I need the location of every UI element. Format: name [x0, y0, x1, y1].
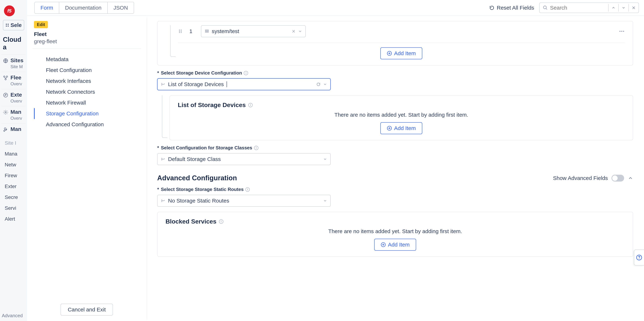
help-fab[interactable] — [634, 249, 644, 265]
branch-icon — [161, 198, 166, 203]
interface-row: 1 system/test — [178, 25, 625, 37]
info-icon[interactable]: i — [244, 71, 248, 75]
plus-circle-icon — [387, 126, 392, 131]
branch-icon — [161, 82, 166, 87]
svg-rect-0 — [6, 24, 7, 25]
svg-point-15 — [179, 32, 180, 33]
selector-label: Sele — [10, 22, 22, 28]
static-routes-label: *Select Storage Storage Static Routesi — [157, 187, 633, 192]
nav-item-network-connectors[interactable]: Network Connectors — [34, 87, 146, 97]
add-blocked-service-button[interactable]: Add Item — [374, 239, 416, 251]
search-next-button[interactable] — [618, 4, 628, 12]
storage-classes-value: Default Storage Class — [168, 156, 221, 162]
add-interface-button[interactable]: Add Item — [380, 47, 422, 59]
object-name: greg-fleet — [34, 38, 146, 45]
storage-classes-select[interactable]: Default Storage Class — [157, 153, 331, 165]
interface-value: system/test — [212, 28, 239, 34]
show-advanced-toggle[interactable] — [612, 175, 624, 182]
footer-link[interactable]: Advanced — [2, 313, 23, 318]
search-input[interactable] — [550, 5, 604, 11]
svg-point-13 — [179, 31, 180, 32]
add-item-label: Add Item — [388, 242, 410, 248]
globe-icon — [3, 58, 8, 64]
underlay-link[interactable]: Mana — [2, 148, 26, 159]
wrench-icon — [3, 127, 8, 132]
underlay-link[interactable]: Alert — [2, 214, 26, 224]
svg-rect-2 — [6, 26, 7, 27]
tab-json[interactable]: JSON — [107, 2, 134, 13]
refresh-icon[interactable] — [316, 82, 320, 87]
underlay-link[interactable]: Firew — [2, 170, 26, 181]
nav-item-network-firewall[interactable]: Network Firewall — [34, 97, 146, 108]
form-main[interactable]: 1 system/test — [146, 16, 644, 321]
underlay-link[interactable]: Servi — [2, 203, 26, 214]
underlay-nav-item[interactable]: SitesSite M — [2, 55, 26, 72]
nav-item-storage-configuration[interactable]: Storage Configuration — [34, 108, 146, 119]
more-horizontal-icon — [619, 28, 625, 34]
tab-form[interactable]: Form — [35, 2, 59, 13]
gear-icon — [3, 110, 8, 115]
show-advanced-label: Show Advanced Fields — [553, 175, 608, 181]
chevron-down-icon[interactable] — [323, 157, 327, 161]
svg-point-11 — [179, 30, 180, 31]
cancel-button[interactable]: Cancel and Exit — [60, 304, 113, 315]
info-icon[interactable]: i — [254, 146, 258, 150]
chevron-down-icon — [622, 6, 626, 10]
underlay-link[interactable]: Netw — [2, 159, 26, 170]
underlay-link[interactable]: Secre — [2, 192, 26, 203]
underlay-nav-item[interactable]: ManOverv — [2, 106, 26, 123]
svg-point-16 — [181, 32, 182, 33]
interface-select[interactable]: system/test — [201, 25, 306, 37]
underlay-nav-item[interactable]: FleeOverv — [2, 72, 26, 89]
underlay-nav-item[interactable]: ExteOverv — [2, 89, 26, 106]
empty-state: There are no items added yet. Start by a… — [178, 112, 625, 118]
add-item-label: Add Item — [394, 50, 416, 57]
search-close-button[interactable] — [628, 4, 638, 12]
blocked-services-card-title: Blocked Servicesi — [166, 218, 625, 225]
add-storage-device-button[interactable]: Add Item — [380, 122, 422, 134]
info-icon[interactable]: i — [219, 219, 223, 224]
section-nav: MetadataFleet ConfigurationNetwork Inter… — [27, 54, 146, 130]
plus-circle-icon — [381, 242, 386, 247]
chevron-down-icon[interactable] — [323, 199, 327, 203]
nav-item-fleet-configuration[interactable]: Fleet Configuration — [34, 65, 146, 76]
nav-item-network-interfaces[interactable]: Network Interfaces — [34, 76, 146, 87]
underlay-link[interactable]: Exter — [2, 181, 26, 192]
app-heading: Cloud a — [3, 36, 26, 51]
storage-device-select[interactable]: List of Storage Devices — [157, 78, 331, 90]
chevron-up-icon — [612, 6, 616, 10]
storage-classes-label: *Select Configuration for Storage Classe… — [157, 145, 633, 151]
reset-icon — [489, 5, 494, 11]
storage-device-label: *Select Storage Device Configurationi — [157, 70, 633, 76]
search-prev-button[interactable] — [608, 4, 618, 12]
svg-rect-17 — [205, 30, 208, 31]
info-icon[interactable]: i — [246, 187, 250, 192]
modal-overlay: FormDocumentationJSON Reset All Fields E… — [27, 0, 644, 321]
svg-point-9 — [5, 112, 6, 113]
plus-circle-icon — [387, 51, 392, 56]
tab-documentation[interactable]: Documentation — [59, 2, 107, 13]
drag-handle-icon[interactable] — [178, 29, 183, 34]
svg-point-21 — [623, 31, 624, 32]
chevron-down-icon[interactable] — [298, 29, 302, 33]
workspace-selector[interactable]: Sele — [3, 20, 24, 30]
nav-item-metadata[interactable]: Metadata — [34, 54, 146, 65]
svg-point-14 — [181, 31, 182, 32]
search-input-wrap[interactable] — [540, 3, 608, 13]
nav-item-advanced-configuration[interactable]: Advanced Configuration — [34, 119, 146, 130]
info-icon[interactable]: i — [248, 103, 252, 107]
clear-icon[interactable] — [292, 29, 296, 33]
underlay-link[interactable]: Site I — [2, 138, 26, 148]
nodes-icon — [3, 75, 8, 81]
search-icon — [543, 5, 548, 10]
svg-rect-18 — [205, 32, 208, 32]
collapse-icon[interactable] — [628, 175, 633, 181]
close-icon — [632, 6, 636, 10]
link-icon — [3, 92, 8, 98]
underlay-nav-item[interactable]: Man — [2, 123, 26, 135]
static-routes-select[interactable]: No Storage Static Routes — [157, 195, 331, 207]
row-actions-button[interactable] — [619, 28, 625, 34]
row-index: 1 — [189, 28, 194, 34]
chevron-down-icon[interactable] — [323, 82, 327, 86]
reset-all-fields-button[interactable]: Reset All Fields — [489, 5, 534, 11]
